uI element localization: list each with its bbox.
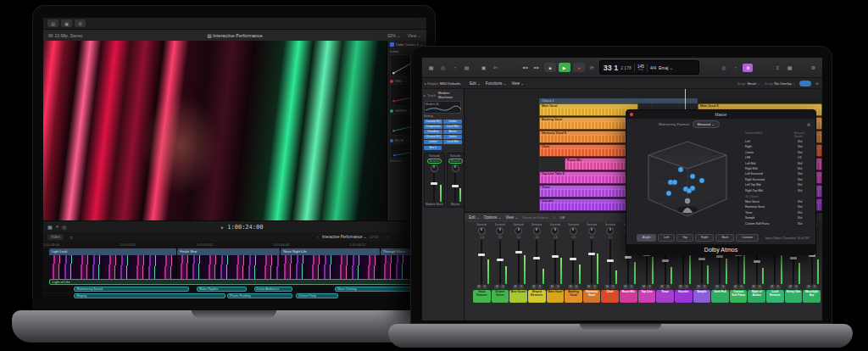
zoom-dropdown[interactable]: 32% ⌄	[387, 33, 401, 38]
audio-clip[interactable]: Drone Ambiance	[254, 287, 292, 292]
view-menu[interactable]: View ⌄	[511, 81, 524, 86]
audio-clip[interactable]: Shimmering Sound	[74, 287, 189, 292]
mute-button[interactable]: M	[604, 285, 609, 289]
fader-cap[interactable]	[552, 255, 559, 258]
3d-room-view[interactable]	[632, 130, 742, 225]
mixer-edit-menu[interactable]: Edit ⌄	[469, 215, 480, 220]
output-slot[interactable]: Surround	[605, 223, 615, 226]
plugin-slot[interactable]: Console EQ	[424, 120, 442, 124]
channel-name-label[interactable]: Lush Reverse	[766, 290, 784, 303]
view-button[interactable]: Angle	[637, 234, 656, 242]
bed-row[interactable]: Right Top Mid Mid	[745, 188, 813, 193]
edit-menu[interactable]: Edit ⌄	[470, 81, 481, 86]
cycle-icon[interactable]: ⟳	[587, 64, 597, 70]
prev-project-icon[interactable]: ‹	[317, 235, 319, 239]
channel-name-label[interactable]: Vocal Textures	[473, 290, 491, 303]
patch-thumbnail[interactable]: Modern M.	[424, 101, 461, 114]
mute-button[interactable]: M	[751, 285, 756, 289]
volume-fader[interactable]	[528, 240, 546, 284]
mute-button[interactable]: M	[623, 285, 628, 289]
solo-button[interactable]: S	[537, 285, 542, 289]
track-channel-strip[interactable]: Surround Binaural Modern Mach	[424, 153, 445, 208]
mute-button[interactable]: M	[587, 285, 592, 289]
settings-icon[interactable]: ⚙	[75, 20, 86, 27]
mute-button[interactable]: M	[806, 285, 811, 289]
record-button[interactable]: ●	[573, 63, 585, 72]
library-icon[interactable]: ▦	[426, 64, 436, 70]
play-button[interactable]: ▶	[559, 63, 570, 72]
plugin-slot[interactable]: Limiter	[424, 140, 442, 144]
fader-cap[interactable]	[716, 255, 723, 258]
output-slot[interactable]: Surround	[550, 223, 560, 226]
fader-cap[interactable]	[790, 257, 797, 259]
pan-mode[interactable]: Binaural	[448, 159, 463, 164]
video-clip[interactable]: Neon Night Life	[281, 248, 381, 279]
channel-name-label[interactable]: Dark Pad	[711, 290, 729, 303]
plugin-slot[interactable]: Level Mix	[443, 140, 462, 144]
forward-icon[interactable]: ▶▶	[532, 65, 542, 70]
channel-name-label[interactable]: Moonlight Arp	[803, 290, 821, 303]
play-icon[interactable]: ▶	[221, 225, 224, 230]
solo-button[interactable]: S	[593, 285, 598, 289]
master-channel-strip[interactable]: Surround Binaural Master	[447, 153, 465, 208]
pan-knob[interactable]	[551, 227, 559, 235]
channel-name-label[interactable]: Top Line	[638, 290, 656, 303]
close-icon[interactable]	[630, 113, 633, 116]
channel-strip[interactable]: Surround -1.0 M S Vocal Textures	[473, 223, 491, 320]
volume-fader[interactable]	[583, 240, 601, 284]
volume-fader[interactable]	[426, 173, 443, 202]
channel-strip[interactable]: Surround -4.6 M S Shaped Elements	[528, 223, 546, 320]
metronome-icon[interactable]: ◔	[731, 65, 740, 70]
channel-strip[interactable]: Surround -2.4 M S Backing Vocal	[565, 223, 582, 320]
video-clip[interactable]: Finale Shot	[177, 248, 281, 279]
pan-knob[interactable]	[570, 227, 577, 235]
editors-icon[interactable]: ✄	[491, 64, 500, 70]
pan-knob[interactable]	[533, 227, 541, 235]
appearance-icons[interactable]: ≡	[70, 235, 73, 240]
solo-button[interactable]: S	[702, 285, 707, 289]
solo-button[interactable]: S	[812, 285, 817, 289]
channel-strip[interactable]: Surround -1.8 M S Main Vocal	[547, 223, 565, 320]
plugin-slot[interactable]: Limiter	[443, 120, 462, 124]
send-slot[interactable]: Bus 5	[424, 146, 442, 150]
pan-knob[interactable]	[588, 227, 596, 235]
solo-button[interactable]: S	[574, 285, 579, 289]
panner-settings-icon[interactable]: ≣	[807, 122, 810, 127]
channel-name-label[interactable]: Main Vocal	[547, 290, 565, 303]
fader-cap[interactable]	[570, 258, 576, 260]
fader-cap[interactable]	[515, 251, 522, 254]
render-mode-dropdown[interactable]: Mid	[798, 188, 813, 193]
video-clip[interactable]: Light Leak	[49, 248, 177, 279]
count-in-icon[interactable]: ◎	[719, 64, 728, 70]
media-browser-icon[interactable]: ▤	[47, 20, 58, 27]
add-clip-icon[interactable]: ▦	[47, 224, 53, 230]
fader-cap[interactable]	[607, 259, 614, 262]
plugin-slot[interactable]: Compressor	[424, 125, 442, 129]
mute-button[interactable]: M	[696, 285, 701, 289]
lcd-display[interactable]: 33 1 2 178 145 keep 4/4 Emaj ⌄	[599, 60, 699, 75]
view-button[interactable]: Custom	[736, 234, 758, 242]
pan-knob[interactable]	[606, 227, 614, 235]
tools-icon[interactable]: ⌖	[56, 224, 58, 230]
functions-menu[interactable]: Functions ⌄	[486, 81, 507, 86]
pan-knob[interactable]	[478, 227, 486, 235]
mixer-icon[interactable]: ▣	[479, 64, 488, 70]
mute-button[interactable]: M	[641, 285, 646, 289]
volume-fader[interactable]	[601, 240, 619, 284]
solo-button[interactable]: S	[776, 285, 781, 289]
view-button[interactable]: Right	[695, 234, 714, 242]
mute-button[interactable]: M	[549, 285, 554, 289]
capture-midi-badge[interactable]: ≣	[743, 64, 753, 72]
fader-cap[interactable]	[625, 256, 632, 259]
mute-button[interactable]: M	[513, 285, 518, 289]
output-slot[interactable]: Surround	[513, 223, 523, 226]
index-button[interactable]: Index	[47, 234, 64, 240]
effects-browser-icon[interactable]: ▣	[61, 20, 72, 27]
output-slot[interactable]: Surround	[429, 154, 439, 158]
volume-fader[interactable]	[448, 173, 463, 202]
plugin-slot[interactable]: Limiter	[443, 135, 462, 139]
midi-region[interactable]: Harmony Vocal 8	[539, 131, 638, 143]
output-slot[interactable]: Surround	[495, 223, 505, 226]
note-pads-icon[interactable]: ▦	[785, 64, 794, 70]
stop-button[interactable]: ■	[544, 63, 556, 72]
